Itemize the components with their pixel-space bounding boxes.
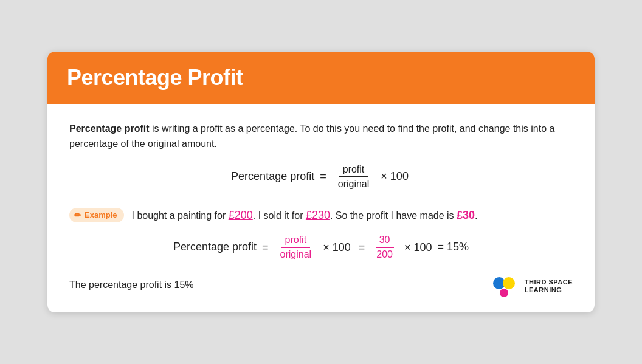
- equals3: =: [359, 241, 365, 253]
- example-text4: .: [475, 210, 477, 221]
- example-row: ✏ Example I bought a painting for £200. …: [69, 207, 573, 224]
- svg-point-1: [503, 277, 515, 289]
- logo-area: THIRD SPACE LEARNING: [491, 275, 573, 298]
- footer-row: The percentage profit is 15% THIRD SPACE…: [69, 275, 573, 298]
- equals2: =: [262, 241, 269, 253]
- tsl-logo-text: THIRD SPACE LEARNING: [525, 278, 573, 294]
- fraction-num-denominator: 200: [373, 248, 396, 260]
- intro-paragraph: Percentage profit is writing a profit as…: [69, 121, 573, 152]
- times-sign: × 100: [381, 170, 409, 182]
- svg-point-2: [500, 289, 508, 297]
- fraction-numerator: profit: [339, 164, 368, 177]
- example-text: I bought a painting for £200. I sold it …: [131, 207, 477, 224]
- main-card: Percentage Profit Percentage profit is w…: [47, 52, 595, 313]
- example-amount2: £230: [306, 209, 330, 221]
- logo-line1: THIRD SPACE: [525, 278, 573, 286]
- times2: × 100: [323, 241, 351, 253]
- equals-sign: =: [320, 170, 326, 182]
- example-amount1: £200: [229, 209, 253, 221]
- example-text2: . I sold it for: [253, 210, 306, 221]
- fraction-denominator: original: [334, 177, 373, 190]
- tsl-logo-icon: [491, 275, 520, 298]
- fraction-pink-denominator: original: [277, 248, 316, 260]
- formula2-result: = 15%: [438, 241, 469, 253]
- formula-label: Percentage profit: [231, 170, 314, 182]
- content-section: Percentage profit is writing a profit as…: [47, 104, 595, 313]
- intro-bold: Percentage profit: [69, 123, 150, 134]
- example-text3: . So the profit I have made is: [330, 210, 457, 221]
- example-badge: ✏ Example: [69, 208, 124, 222]
- example-profit: £30: [457, 209, 475, 221]
- pencil-icon: ✏: [74, 210, 81, 220]
- header-section: Percentage Profit: [47, 52, 595, 104]
- logo-line2: LEARNING: [525, 286, 573, 294]
- main-formula: Percentage profit = profit original × 10…: [69, 164, 573, 190]
- page-title: Percentage Profit: [67, 65, 575, 91]
- main-fraction: profit original: [334, 164, 373, 190]
- fraction-pink: profit original: [277, 235, 316, 260]
- fraction-num-numerator: 30: [376, 235, 394, 248]
- example-text1: I bought a painting for: [131, 210, 228, 221]
- times3: × 100: [404, 241, 432, 253]
- fraction-numbers: 30 200: [373, 235, 396, 260]
- conclusion-text: The percentage profit is 15%: [69, 280, 194, 290]
- second-formula: Percentage profit = profit original × 10…: [69, 235, 573, 260]
- fraction-pink-numerator: profit: [281, 235, 311, 248]
- formula2-label: Percentage profit: [173, 241, 257, 253]
- example-badge-label: Example: [85, 210, 117, 219]
